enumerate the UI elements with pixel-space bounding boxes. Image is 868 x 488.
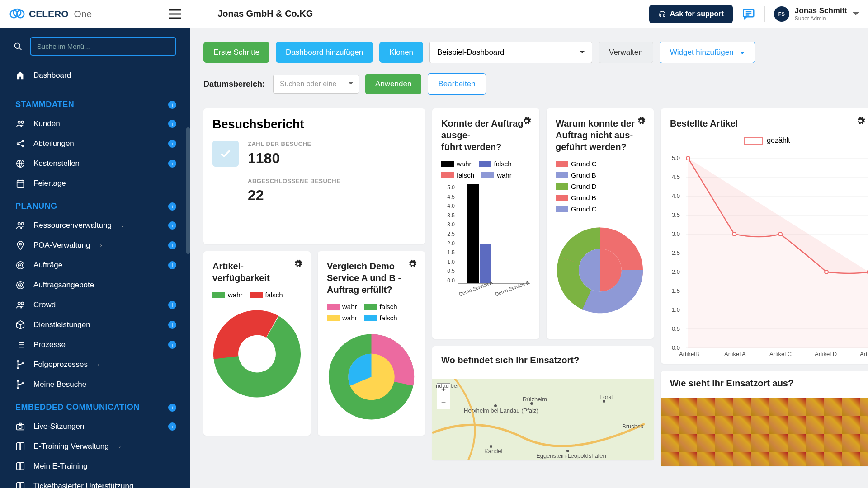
- svg-point-71: [686, 156, 690, 160]
- main-content: Erste Schritte Dashboard hinzufügen Klon…: [190, 28, 868, 488]
- sidebar-group-header: PLANUNGi: [0, 193, 190, 216]
- svg-text:2.0: 2.0: [672, 268, 680, 275]
- first-steps-button[interactable]: Erste Schritte: [203, 42, 269, 63]
- logo[interactable]: CELERO One: [9, 8, 92, 20]
- sidebar-item[interactable]: Feiertage: [0, 174, 190, 193]
- info-icon[interactable]: i: [168, 202, 176, 211]
- add-dashboard-button[interactable]: Dashboard hinzufügen: [276, 42, 373, 63]
- svg-text:Kandel: Kandel: [484, 448, 503, 455]
- sidebar-item[interactable]: Mein E-Training: [0, 456, 190, 476]
- menu-search-input[interactable]: [30, 37, 176, 56]
- legend: wahrfalsch: [212, 291, 302, 299]
- info-icon[interactable]: i: [168, 261, 176, 269]
- svg-point-13: [21, 223, 24, 225]
- nav-icon: [15, 380, 25, 389]
- sidebar-item[interactable]: Meine Besuche: [0, 375, 190, 394]
- sidebar-group-header: STAMMDATENi: [0, 92, 190, 114]
- info-icon[interactable]: i: [168, 321, 176, 329]
- svg-text:ArtikelB: ArtikelB: [679, 351, 699, 357]
- nav-icon: [15, 300, 25, 310]
- info-icon[interactable]: i: [168, 140, 176, 148]
- info-icon[interactable]: i: [168, 404, 176, 412]
- sidebar-item[interactable]: Ticketbasierter Unterstützung: [0, 476, 190, 488]
- svg-text:Artikel C: Artikel C: [769, 351, 792, 357]
- svg-text:1.5: 1.5: [672, 287, 680, 294]
- sidebar-item[interactable]: E-Training Verwaltung›: [0, 436, 190, 456]
- svg-text:Forst: Forst: [599, 394, 613, 400]
- sidebar-item[interactable]: Ressourcenverwaltung›i: [0, 216, 190, 235]
- svg-point-21: [18, 302, 21, 305]
- widget-ordered-items: Bestellte Artikel gezählt 0.00.51.01.52.…: [661, 108, 868, 364]
- clone-button[interactable]: Klonen: [379, 42, 423, 63]
- gear-icon[interactable]: [856, 117, 865, 126]
- chevron-down-icon: [853, 11, 859, 17]
- chat-icon[interactable]: [742, 7, 755, 21]
- sidebar-item[interactable]: Prozessei: [0, 335, 190, 355]
- search-icon[interactable]: [14, 42, 23, 51]
- sidebar-item[interactable]: Aufträgei: [0, 255, 190, 275]
- svg-point-14: [19, 243, 22, 245]
- sidebar-item-dashboard[interactable]: Dashboard: [0, 66, 190, 85]
- sidebar-item[interactable]: Live-Sitzungeni: [0, 417, 190, 436]
- add-widget-button[interactable]: Widget hinzufügen: [660, 42, 755, 63]
- gear-icon[interactable]: [408, 259, 417, 268]
- svg-point-6: [21, 121, 24, 124]
- support-button[interactable]: Ask for support: [649, 5, 733, 23]
- svg-text:Bruchsa: Bruchsa: [622, 423, 644, 430]
- nav-icon: [15, 441, 25, 451]
- info-icon[interactable]: i: [168, 301, 176, 309]
- svg-point-73: [778, 232, 782, 236]
- info-icon[interactable]: i: [168, 120, 176, 128]
- sidebar-item[interactable]: Abteilungeni: [0, 134, 190, 154]
- widget-title: Wo befindet sich Ihr Einsatzort?: [432, 346, 654, 371]
- brand-name: CELERO: [29, 9, 69, 19]
- user-menu[interactable]: FS Jonas Schmitt Super Admin: [774, 6, 859, 22]
- daterange-input[interactable]: Suchen oder eine: [273, 75, 359, 94]
- info-icon[interactable]: i: [168, 241, 176, 249]
- edit-button[interactable]: Bearbeiten: [428, 73, 486, 95]
- sidebar-item[interactable]: Dienstleistungeni: [0, 315, 190, 335]
- avatar: FS: [774, 6, 789, 22]
- sidebar-item[interactable]: POA-Verwaltung›i: [0, 235, 190, 255]
- svg-text:Artikel A: Artikel A: [724, 351, 746, 357]
- svg-text:Rülzheim: Rülzheim: [523, 396, 547, 403]
- sidebar-item[interactable]: Auftragsangebote: [0, 275, 190, 295]
- location-photo: [661, 398, 868, 466]
- caret-down-icon: [580, 51, 585, 54]
- svg-text:4.5: 4.5: [672, 174, 680, 180]
- svg-text:Artikel E: Artikel E: [860, 351, 868, 357]
- sidebar-item[interactable]: Folgeprozesses›: [0, 355, 190, 375]
- widget-title: Artikel- verfügbarkeit: [212, 260, 302, 284]
- info-icon[interactable]: i: [168, 221, 176, 230]
- gear-icon[interactable]: [293, 259, 302, 268]
- map[interactable]: + − Herxheim bei Landau (Pfalz) Rülzheim…: [432, 379, 654, 460]
- legend: wahrfalschwahrfalsch: [327, 303, 416, 322]
- svg-point-72: [732, 232, 736, 236]
- svg-point-18: [17, 282, 24, 289]
- check-icon: [212, 141, 239, 167]
- apply-button[interactable]: Anwenden: [365, 74, 421, 94]
- manage-button[interactable]: Verwalten: [599, 42, 653, 63]
- legend: wahrfalschfalschwahr: [441, 160, 530, 179]
- info-icon[interactable]: i: [168, 160, 176, 168]
- caret-down-icon: [740, 52, 745, 55]
- svg-text:ndau bei: ndau bei: [436, 382, 458, 389]
- svg-point-17: [20, 265, 21, 266]
- nav-icon: [15, 422, 25, 432]
- sidebar-item[interactable]: Kundeni: [0, 114, 190, 134]
- dashboard-select[interactable]: Beispiel-Dashboard: [429, 42, 592, 63]
- pie-chart: [327, 332, 416, 422]
- gear-icon[interactable]: [637, 117, 646, 126]
- nav-icon: [15, 320, 25, 330]
- hamburger-icon[interactable]: [169, 9, 181, 19]
- info-icon[interactable]: i: [168, 101, 176, 109]
- svg-text:3.5: 3.5: [672, 211, 680, 218]
- info-icon[interactable]: i: [168, 341, 176, 349]
- sidebar-item[interactable]: Crowdi: [0, 295, 190, 315]
- pie-chart: [556, 223, 645, 318]
- gear-icon[interactable]: [522, 117, 531, 126]
- widget-title: Vergleich Demo Service A und B - Auftrag…: [327, 260, 416, 296]
- svg-point-26: [17, 380, 19, 382]
- info-icon[interactable]: i: [168, 422, 176, 431]
- sidebar-item[interactable]: Kostenstelleni: [0, 154, 190, 174]
